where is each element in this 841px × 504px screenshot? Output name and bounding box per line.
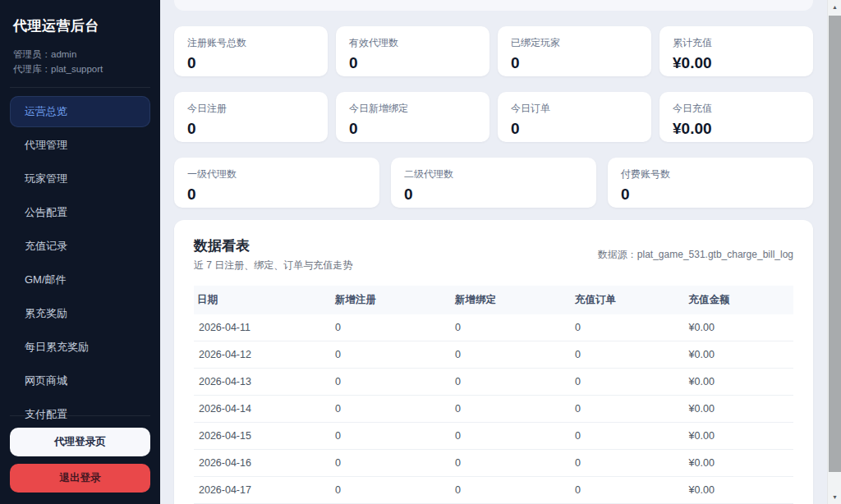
stat-label: 累计充值 <box>673 36 800 50</box>
app-title: 代理运营后台 <box>10 11 150 35</box>
stat-card: 付费账号数 0 <box>608 158 813 208</box>
stat-value: 0 <box>511 120 638 138</box>
stat-card: 有效代理数 0 <box>336 26 489 76</box>
stat-value: 0 <box>187 186 366 204</box>
stat-label: 今日注册 <box>187 102 315 116</box>
sidebar-menu: 运营总览 代理管理 玩家管理 公告配置 充值记录 GM/邮件 累充奖励 每日累充… <box>10 96 150 433</box>
cell-new-registrations: 0 <box>332 477 452 504</box>
sidebar-divider <box>10 87 150 88</box>
cell-new-bindings: 0 <box>452 314 572 341</box>
vertical-scrollbar[interactable]: ▲ ▼ <box>827 0 841 504</box>
cell-charge-amount: ¥0.00 <box>686 396 793 423</box>
cell-new-bindings: 0 <box>452 477 572 504</box>
sidebar-footer: 代理登录页 退出登录 <box>10 415 150 493</box>
cell-charge-amount: ¥0.00 <box>686 477 793 504</box>
stat-card: 累计充值 ¥0.00 <box>659 26 813 76</box>
cell-charge-orders: 0 <box>572 341 686 369</box>
stat-value: 0 <box>349 54 476 72</box>
cell-new-registrations: 0 <box>332 369 452 396</box>
table-row: 2026-04-13 0 0 0 ¥0.00 <box>194 369 793 396</box>
scrollbar-thumb[interactable] <box>829 16 841 472</box>
table-row: 2026-04-16 0 0 0 ¥0.00 <box>194 450 793 477</box>
table-row: 2026-04-15 0 0 0 ¥0.00 <box>194 423 793 450</box>
datasource-label: 数据源：plat_game_531.gtb_charge_bill_log <box>598 248 793 262</box>
stat-value: 0 <box>621 186 800 204</box>
table-body: 2026-04-11 0 0 0 ¥0.00 2026-04-12 0 0 0 … <box>194 314 793 504</box>
cell-charge-orders: 0 <box>572 314 686 341</box>
stat-label: 今日充值 <box>673 102 800 116</box>
stats-row-1: 注册账号总数 0 有效代理数 0 已绑定玩家 0 累计充值 ¥0.00 <box>174 26 813 76</box>
column-header: 充值订单 <box>572 286 686 314</box>
stat-label: 一级代理数 <box>187 167 366 181</box>
table-row: 2026-04-17 0 0 0 ¥0.00 <box>194 477 793 504</box>
sidebar-menu-item[interactable]: 代理管理 <box>10 130 150 161</box>
stat-card: 一级代理数 0 <box>174 158 379 208</box>
stats-row-2: 今日注册 0 今日新增绑定 0 今日订单 0 今日充值 ¥0.00 <box>174 92 813 142</box>
cell-date: 2026-04-15 <box>194 423 332 450</box>
cell-date: 2026-04-11 <box>194 314 332 341</box>
stat-card: 已绑定玩家 0 <box>498 26 651 76</box>
stat-value: 0 <box>511 54 638 72</box>
cell-charge-orders: 0 <box>572 477 686 504</box>
stat-value: 0 <box>404 186 583 204</box>
sidebar-menu-item[interactable]: GM/邮件 <box>10 264 150 296</box>
stat-card: 今日新增绑定 0 <box>336 92 489 142</box>
table-row: 2026-04-12 0 0 0 ¥0.00 <box>194 341 793 369</box>
sidebar-menu-item[interactable]: 累充奖励 <box>10 298 150 329</box>
stat-card: 注册账号总数 0 <box>174 26 328 76</box>
sidebar-menu-item[interactable]: 公告配置 <box>10 197 150 228</box>
agent-login-page-button[interactable]: 代理登录页 <box>10 428 150 456</box>
cell-date: 2026-04-14 <box>194 396 332 423</box>
cell-new-bindings: 0 <box>452 369 572 396</box>
stat-card: 二级代理数 0 <box>391 158 596 208</box>
table-row: 2026-04-14 0 0 0 ¥0.00 <box>194 396 793 423</box>
stat-label: 注册账号总数 <box>187 36 315 50</box>
column-header: 新增注册 <box>332 286 452 314</box>
scroll-up-icon[interactable]: ▲ <box>828 0 841 14</box>
stat-label: 已绑定玩家 <box>511 36 638 50</box>
sidebar-menu-item[interactable]: 网页商城 <box>10 365 150 396</box>
sidebar-menu-item[interactable]: 运营总览 <box>10 96 150 127</box>
cell-charge-amount: ¥0.00 <box>686 314 793 341</box>
stat-label: 付费账号数 <box>621 167 800 181</box>
cell-charge-orders: 0 <box>572 396 686 423</box>
cell-new-registrations: 0 <box>332 314 452 341</box>
stat-value: ¥0.00 <box>673 120 800 138</box>
stat-value: 0 <box>187 120 315 138</box>
stat-value: 0 <box>187 54 315 72</box>
stat-label: 二级代理数 <box>404 167 583 181</box>
sidebar-menu-item[interactable]: 充值记录 <box>10 231 150 262</box>
cell-charge-amount: ¥0.00 <box>686 369 793 396</box>
cell-charge-orders: 0 <box>572 450 686 477</box>
stat-label: 今日订单 <box>511 102 638 116</box>
cell-date: 2026-04-13 <box>194 369 332 396</box>
cell-new-bindings: 0 <box>452 341 572 369</box>
panel-title: 数据看表 <box>194 236 352 255</box>
sidebar-menu-item[interactable]: 玩家管理 <box>10 163 150 195</box>
cell-date: 2026-04-16 <box>194 450 332 477</box>
column-header: 日期 <box>194 286 332 314</box>
cell-charge-orders: 0 <box>572 423 686 450</box>
stats-row-3: 一级代理数 0 二级代理数 0 付费账号数 0 <box>174 158 813 208</box>
logout-button[interactable]: 退出登录 <box>10 464 150 493</box>
stat-label: 有效代理数 <box>349 36 476 50</box>
stat-card: 今日订单 0 <box>498 92 651 142</box>
trend-table: 日期新增注册新增绑定充值订单充值金额 2026-04-11 0 0 0 ¥0.0… <box>194 286 793 504</box>
stat-value: ¥0.00 <box>673 54 800 72</box>
stat-card: 今日注册 0 <box>174 92 328 142</box>
stat-label: 今日新增绑定 <box>349 102 476 116</box>
cell-date: 2026-04-12 <box>194 341 332 369</box>
cell-charge-amount: ¥0.00 <box>686 341 793 369</box>
main-content: 注册账号总数 0 有效代理数 0 已绑定玩家 0 累计充值 ¥0.00 今日注册 <box>160 0 827 504</box>
sidebar-menu-item[interactable]: 每日累充奖励 <box>10 332 150 363</box>
stat-value: 0 <box>349 120 476 138</box>
cell-new-bindings: 0 <box>452 423 572 450</box>
table-header-row: 日期新增注册新增绑定充值订单充值金额 <box>194 286 793 314</box>
cell-charge-orders: 0 <box>572 369 686 396</box>
cell-new-bindings: 0 <box>452 396 572 423</box>
cell-charge-amount: ¥0.00 <box>686 450 793 477</box>
data-table-panel: 数据看表 近 7 日注册、绑定、订单与充值走势 数据源：plat_game_53… <box>174 220 813 504</box>
cell-new-registrations: 0 <box>332 341 452 369</box>
panel-header: 数据看表 近 7 日注册、绑定、订单与充值走势 数据源：plat_game_53… <box>194 236 793 273</box>
scroll-down-icon[interactable]: ▼ <box>828 490 841 504</box>
